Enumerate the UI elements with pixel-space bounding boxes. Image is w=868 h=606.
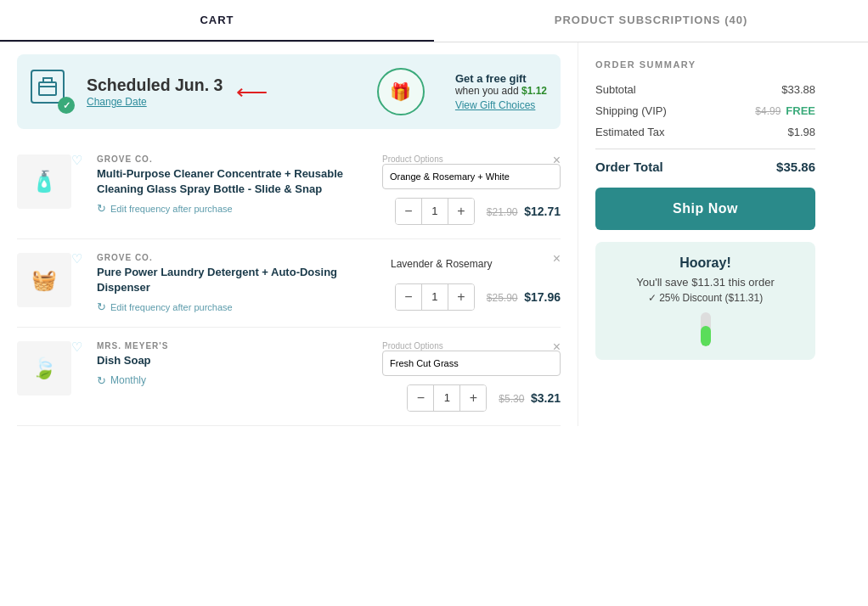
progress-bar-fill	[701, 326, 711, 346]
ship-now-button[interactable]: Ship Now	[595, 188, 815, 230]
item-2-qty-decrease[interactable]: −	[396, 284, 421, 310]
right-panel: ORDER SUMMARY Subtotal $33.88 Shipping (…	[578, 42, 832, 426]
item-2-static-option: Lavender & Rosemary	[382, 253, 561, 275]
item-3-sale-price: $3.21	[531, 391, 561, 405]
refresh-icon-3: ↻	[97, 374, 106, 387]
total-value: $35.86	[776, 160, 815, 174]
wishlist-icon-2[interactable]: ♡	[71, 251, 82, 267]
subtotal-label: Subtotal	[595, 83, 636, 96]
gift-image-area: 🎁	[377, 66, 445, 117]
view-gift-link[interactable]: View Gift Choices	[455, 99, 547, 111]
scheduled-icon: ✓	[31, 70, 75, 114]
subtotal-value: $33.88	[781, 83, 815, 96]
item-1-price: $21.90 $12.71	[487, 205, 561, 218]
item-1-qty-decrease[interactable]: −	[396, 199, 421, 224]
arrow-icon: ⟵	[236, 79, 268, 105]
hooray-title: Hooray!	[609, 255, 802, 271]
hooray-box: Hooray! You'll save $11.31 this order ✓ …	[595, 242, 815, 360]
change-date-link[interactable]: Change Date	[87, 96, 147, 108]
wishlist-icon-3[interactable]: ♡	[71, 339, 82, 355]
shipping-row: Shipping (VIP) $4.99 FREE	[595, 104, 815, 117]
main-layout: ✓ Scheduled Jun. 3 Change Date ⟵ 🎁 Get a…	[0, 42, 868, 426]
item-3-price: $5.30 $3.21	[499, 391, 561, 405]
item-2-edit-freq[interactable]: ↻ Edit frequency after purchase	[97, 300, 374, 313]
shipping-value-area: $4.99 FREE	[755, 104, 815, 117]
item-3-options-select[interactable]: Fresh Cut Grass	[382, 351, 561, 376]
item-1-edit-freq[interactable]: ↻ Edit frequency after purchase	[97, 202, 374, 215]
hooray-save-text: You'll save $11.31 this order	[609, 276, 802, 289]
cart-item-3: 🍃 ♡ MRS. MEYER'S Dish Soap ↻ Monthly Pro…	[17, 328, 561, 426]
item-3-name: Dish Soap	[97, 353, 374, 368]
left-panel: ✓ Scheduled Jun. 3 Change Date ⟵ 🎁 Get a…	[0, 42, 578, 426]
item-1-brand: GROVE CO.	[97, 154, 374, 164]
item-3-image: 🍃	[17, 341, 71, 396]
item-3-qty-decrease[interactable]: −	[408, 385, 433, 411]
item-3-right: Product Options Fresh Cut Grass − 1 + $5…	[382, 341, 561, 412]
item-2-image: 🧺	[17, 253, 71, 307]
subtotal-row: Subtotal $33.88	[595, 83, 815, 96]
item-2-qty-price: − 1 + $25.90 $17.96	[395, 283, 561, 311]
gift-text-area: Get a free gift when you add $1.12 View …	[455, 72, 547, 111]
item-2-right: Lavender & Rosemary − 1 + $25.90 $17.96	[382, 253, 561, 311]
refresh-icon-2: ↻	[97, 300, 106, 313]
item-1-qty-control: − 1 +	[395, 198, 475, 225]
order-summary: ORDER SUMMARY Subtotal $33.88 Shipping (…	[595, 59, 815, 360]
refresh-icon-1: ↻	[97, 202, 106, 215]
item-3-remove[interactable]: ×	[553, 339, 561, 355]
item-1-qty-increase[interactable]: +	[448, 199, 474, 224]
item-1-qty-num: 1	[421, 199, 448, 224]
wishlist-icon-1[interactable]: ♡	[71, 153, 82, 168]
item-2-orig-price: $25.90	[487, 292, 518, 304]
total-label: Order Total	[595, 160, 663, 174]
item-3-options-wrapper: Product Options Fresh Cut Grass	[382, 341, 561, 376]
scheduled-text: Scheduled Jun. 3 Change Date	[87, 76, 223, 108]
svg-rect-0	[39, 82, 56, 95]
item-2-brand: GROVE CO.	[97, 253, 374, 262]
item-3-details: MRS. MEYER'S Dish Soap ↻ Monthly	[80, 341, 374, 386]
check-circle-icon: ✓	[58, 97, 75, 114]
item-1-sale-price: $12.71	[524, 205, 561, 218]
shipping-free: FREE	[786, 104, 815, 117]
tab-bar: CART PRODUCT SUBSCRIPTIONS (40)	[0, 0, 868, 42]
item-3-brand: MRS. MEYER'S	[97, 341, 374, 351]
cart-item-2: 🧺 ♡ GROVE CO. Pure Power Laundry Deterge…	[17, 239, 561, 328]
cart-item-1: 🧴 ♡ GROVE CO. Multi-Purpose Cleaner Conc…	[17, 141, 561, 239]
item-2-details: GROVE CO. Pure Power Laundry Detergent +…	[80, 253, 374, 313]
item-2-price: $25.90 $17.96	[487, 290, 561, 304]
order-total-row: Order Total $35.86	[595, 160, 815, 174]
item-3-qty-control: − 1 +	[407, 384, 487, 412]
item-1-orig-price: $21.90	[487, 206, 518, 218]
gift-section: 🎁 Get a free gift when you add $1.12 Vie…	[377, 66, 547, 117]
item-1-options-wrapper: Product Options Orange & Rosemary + Whit…	[382, 154, 561, 189]
item-1-remove[interactable]: ×	[553, 153, 561, 168]
item-3-monthly: ↻ Monthly	[97, 374, 374, 387]
item-1-details: GROVE CO. Multi-Purpose Cleaner Concentr…	[80, 154, 374, 215]
item-2-name: Pure Power Laundry Detergent + Auto-Dosi…	[97, 265, 374, 295]
scheduled-date: Scheduled Jun. 3	[87, 76, 223, 95]
item-1-image: 🧴	[17, 154, 71, 209]
summary-divider	[595, 149, 815, 149]
item-1-qty-price: − 1 + $21.90 $12.71	[395, 198, 561, 225]
item-3-qty-increase[interactable]: +	[460, 385, 486, 411]
item-3-qty-num: 1	[433, 385, 460, 411]
item-3-orig-price: $5.30	[499, 393, 524, 405]
item-1-options-select[interactable]: Orange & Rosemary + White	[382, 164, 561, 189]
gift-cta: Get a free gift when you add $1.12	[455, 72, 547, 97]
hooray-discount: ✓ 25% Discount ($11.31)	[609, 292, 802, 304]
tab-cart[interactable]: CART	[0, 0, 434, 42]
tab-subscriptions[interactable]: PRODUCT SUBSCRIPTIONS (40)	[434, 0, 868, 42]
item-2-qty-increase[interactable]: +	[448, 284, 474, 310]
item-1-right: Product Options Orange & Rosemary + Whit…	[382, 154, 561, 225]
item-2-remove[interactable]: ×	[553, 251, 561, 267]
gift-circle: 🎁	[377, 68, 425, 115]
shipping-orig: $4.99	[755, 105, 781, 117]
tax-label: Estimated Tax	[595, 126, 664, 138]
shipping-label: Shipping (VIP)	[595, 104, 667, 117]
tax-row: Estimated Tax $1.98	[595, 126, 815, 138]
order-summary-title: ORDER SUMMARY	[595, 59, 815, 70]
item-2-qty-control: − 1 +	[395, 283, 475, 311]
item-2-sale-price: $17.96	[524, 290, 561, 304]
scheduled-banner: ✓ Scheduled Jun. 3 Change Date ⟵ 🎁 Get a…	[17, 54, 561, 129]
item-3-qty-price: − 1 + $5.30 $3.21	[407, 384, 561, 412]
item-1-name: Multi-Purpose Cleaner Concentrate + Reus…	[97, 166, 374, 197]
